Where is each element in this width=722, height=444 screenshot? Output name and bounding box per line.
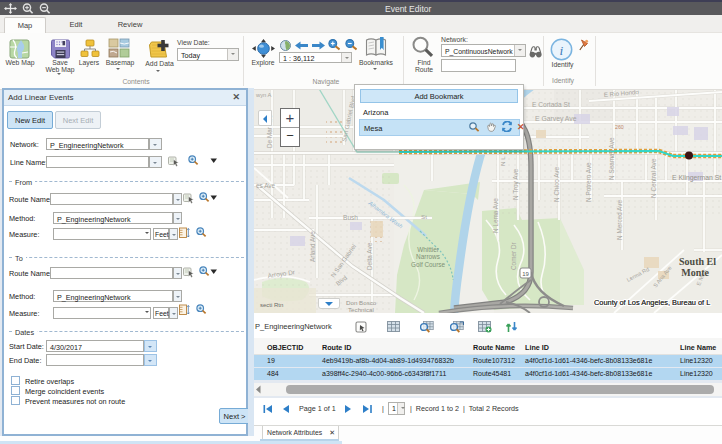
svg-text:N Seaman Ave: N Seaman Ave (608, 137, 615, 180)
svg-text:E Cortada St: E Cortada St (532, 101, 570, 108)
svg-text:South El: South El (679, 256, 716, 267)
svg-text:N L: N L (499, 156, 506, 166)
svg-text:19: 19 (522, 271, 529, 277)
svg-text:Golf Course: Golf Course (411, 261, 446, 268)
svg-text:Whittier: Whittier (417, 246, 440, 253)
svg-text:County of Los Angeles, Bureau: County of Los Angeles, Bureau of L (594, 298, 710, 307)
svg-text:es Ave: es Ave (256, 182, 276, 189)
svg-text:Bush: Bush (343, 214, 358, 221)
svg-text:N Potrero Ave: N Potrero Ave (585, 162, 592, 202)
svg-text:E Garvey Ave: E Garvey Ave (535, 115, 577, 123)
svg-text:N Central Ave: N Central Ave (650, 158, 657, 198)
svg-text:N Lema Ave: N Lema Ave (492, 198, 499, 233)
svg-text:St: St (421, 213, 427, 220)
svg-text:wyn A: wyn A (255, 92, 272, 98)
svg-text:Arland Ave: Arland Ave (309, 231, 316, 262)
svg-text:Comer Dr: Comer Dr (510, 241, 517, 270)
svg-text:secti Rtn: secti Rtn (260, 302, 283, 308)
svg-text:i: i (560, 43, 564, 58)
svg-text:Narrows: Narrows (416, 253, 440, 260)
svg-text:Don Bosco: Don Bosco (346, 299, 377, 306)
svg-text:E Klingerman St: E Klingerman St (672, 174, 721, 182)
svg-text:Delta Ave: Delta Ave (366, 242, 373, 270)
svg-text:Monte: Monte (681, 267, 709, 278)
svg-text:N Merced Ave: N Merced Ave (616, 200, 623, 240)
svg-text:260: 260 (615, 124, 624, 130)
svg-text:N Troy Ave: N Troy Ave (512, 168, 520, 200)
svg-text:Technical: Technical (348, 306, 374, 313)
svg-text:N Chico Ave: N Chico Ave (553, 167, 560, 202)
